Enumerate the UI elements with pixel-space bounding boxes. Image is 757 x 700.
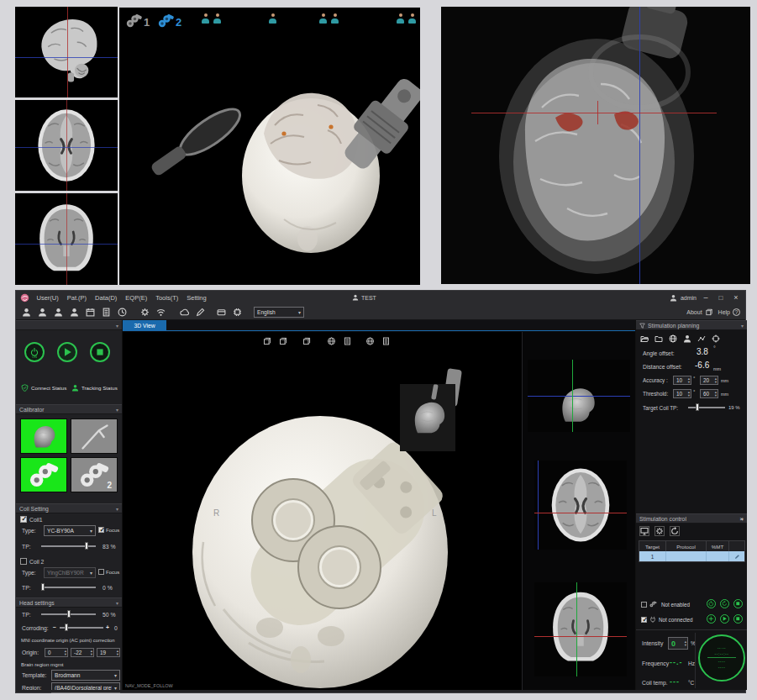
menu-setting[interactable]: Setting xyxy=(182,294,210,302)
spinner-arrows-icon[interactable] xyxy=(686,377,690,383)
main-3d-viewport[interactable]: R L NAV_MODE_FOLLOW xyxy=(123,332,522,690)
coil1-type-select[interactable]: YC-BY90A xyxy=(44,525,96,536)
head-settings-section-header[interactable]: Head settings xyxy=(16,597,122,608)
calibrator-head-thumb[interactable] xyxy=(20,418,67,454)
calibrator-pointer-thumb[interactable] xyxy=(71,418,118,454)
calibrator-coil2-thumb[interactable]: 2 xyxy=(71,457,118,492)
patient-orientation-icon[interactable] xyxy=(202,13,209,24)
plan-person-icon[interactable] xyxy=(682,334,692,344)
wifi-icon[interactable] xyxy=(155,306,168,318)
pen-icon[interactable] xyxy=(193,306,207,318)
threshold-mm-spinner[interactable]: 60 xyxy=(700,389,718,398)
patient-add-icon[interactable] xyxy=(19,306,33,318)
control-close-button[interactable]: × xyxy=(739,515,744,523)
strip-coronal-view[interactable] xyxy=(534,582,627,676)
menu-user[interactable]: User(U) xyxy=(33,294,63,302)
device-plus-button[interactable] xyxy=(707,614,716,624)
coil2-focus-checkbox[interactable] xyxy=(98,569,104,575)
gear-icon[interactable] xyxy=(139,306,152,318)
stim-power-button[interactable] xyxy=(707,599,716,608)
head-inset-preview[interactable] xyxy=(400,384,455,451)
coil1-focus-checkbox[interactable] xyxy=(98,527,104,533)
patient-list-icon[interactable] xyxy=(67,306,81,318)
device-play-button[interactable] xyxy=(720,614,729,624)
top-3d-view-secondary[interactable] xyxy=(441,7,750,284)
document-icon[interactable] xyxy=(99,306,113,318)
connect-checkbox[interactable] xyxy=(641,617,647,623)
head-tp-slider[interactable] xyxy=(41,610,96,618)
intensity-spinner[interactable]: 0 xyxy=(668,637,688,650)
top-3d-view-main[interactable]: 1 2 xyxy=(119,7,420,285)
control-rotate-icon[interactable] xyxy=(670,526,680,536)
tracker-power-button[interactable]: ON xyxy=(24,342,45,362)
stimulator-dial[interactable]: --·-- --:--:-- ---- ---- xyxy=(698,634,745,682)
chip-icon[interactable] xyxy=(231,306,244,318)
sagittal-slice-view[interactable] xyxy=(15,7,118,97)
protocol-row-selected[interactable]: 1 xyxy=(639,551,744,561)
origin-y-spinner[interactable]: -22 xyxy=(71,648,94,657)
maximize-button[interactable]: □ xyxy=(715,294,727,302)
strip-head-view[interactable] xyxy=(528,360,630,432)
spinner-arrows-icon[interactable] xyxy=(115,650,118,655)
origin-x-spinner[interactable]: 0 xyxy=(45,648,68,657)
menu-tools[interactable]: Tools(T) xyxy=(151,294,182,302)
calendar-icon[interactable] xyxy=(83,306,97,318)
patient-orientation-icon[interactable] xyxy=(397,13,404,24)
spinner-arrows-icon[interactable] xyxy=(713,377,717,383)
axial-slice-view[interactable] xyxy=(15,100,118,191)
spinner-arrows-icon[interactable] xyxy=(683,640,686,646)
patient-orientation-icon[interactable] xyxy=(319,13,327,24)
menu-pat[interactable]: Pat.(P) xyxy=(63,294,91,302)
row-edit-button[interactable] xyxy=(729,551,744,561)
coil-setting-section-header[interactable]: Coil Setting xyxy=(16,503,122,513)
enable-checkbox[interactable] xyxy=(641,602,647,608)
spinner-arrows-icon[interactable] xyxy=(713,391,717,397)
patient-orientation-icon[interactable] xyxy=(213,13,221,24)
coronal-slice-view[interactable] xyxy=(15,193,118,285)
threshold-deg-spinner[interactable]: 10 xyxy=(673,389,691,398)
origin-z-spinner[interactable]: 19 xyxy=(97,648,120,657)
control-display-icon[interactable] xyxy=(639,526,649,536)
calibrator-section-header[interactable] xyxy=(16,320,122,330)
patient-orientation-icon[interactable] xyxy=(408,13,416,24)
corroding-slider[interactable] xyxy=(60,624,103,631)
language-select[interactable]: English xyxy=(254,307,304,318)
tracker-stop-button[interactable] xyxy=(90,342,110,362)
coil1-tool[interactable]: 1 xyxy=(126,13,155,31)
about-button[interactable]: About xyxy=(686,309,702,315)
tab-3d-view[interactable]: 3D View xyxy=(123,320,166,331)
menu-data[interactable]: Data(D) xyxy=(91,294,121,302)
patient-orientation-icon[interactable] xyxy=(269,13,276,24)
coil2-checkbox[interactable] xyxy=(20,558,27,565)
corroding-plus-button[interactable]: + xyxy=(106,624,109,630)
patient-orientation-icon[interactable] xyxy=(331,13,339,24)
plan-folder-icon[interactable] xyxy=(654,334,664,344)
template-select[interactable]: Brodmann xyxy=(51,670,120,681)
tracker-start-button[interactable] xyxy=(57,342,77,362)
coil2-tool[interactable]: 2 xyxy=(158,13,187,31)
spinner-arrows-icon[interactable] xyxy=(63,650,66,655)
spinner-arrows-icon[interactable] xyxy=(686,391,690,397)
plan-target-icon[interactable] xyxy=(711,334,721,344)
corroding-minus-button[interactable]: − xyxy=(53,624,56,630)
strip-axial-view[interactable] xyxy=(534,461,627,550)
stim-stop-button[interactable] xyxy=(733,599,743,608)
patient-monitor-icon[interactable] xyxy=(35,306,49,318)
menu-eqp[interactable]: EQP(E) xyxy=(121,294,151,302)
coil2-type-select[interactable]: YingChiBY90R xyxy=(44,567,96,578)
target-coil-tp-slider[interactable] xyxy=(688,403,725,411)
spinner-arrows-icon[interactable] xyxy=(89,650,92,655)
plan-globe-icon[interactable] xyxy=(668,334,678,344)
calibrator-section-header[interactable]: Calibrator xyxy=(16,404,122,414)
close-button[interactable]: × xyxy=(730,293,742,302)
help-button[interactable]: Help xyxy=(718,309,730,315)
accuracy-deg-spinner[interactable]: 10 xyxy=(673,376,691,385)
minimize-button[interactable]: – xyxy=(700,293,712,302)
control-gear-icon[interactable] xyxy=(654,526,665,536)
calibrator-coil1-thumb[interactable] xyxy=(20,457,67,492)
stimulation-control-header[interactable]: Stimulation control × xyxy=(636,513,747,524)
accuracy-mm-spinner[interactable]: 20 xyxy=(700,376,718,385)
device-stop-button[interactable] xyxy=(733,614,743,624)
coil1-tp-slider[interactable] xyxy=(41,542,96,550)
stimulation-planning-header[interactable]: Stimulation planning xyxy=(636,320,747,330)
